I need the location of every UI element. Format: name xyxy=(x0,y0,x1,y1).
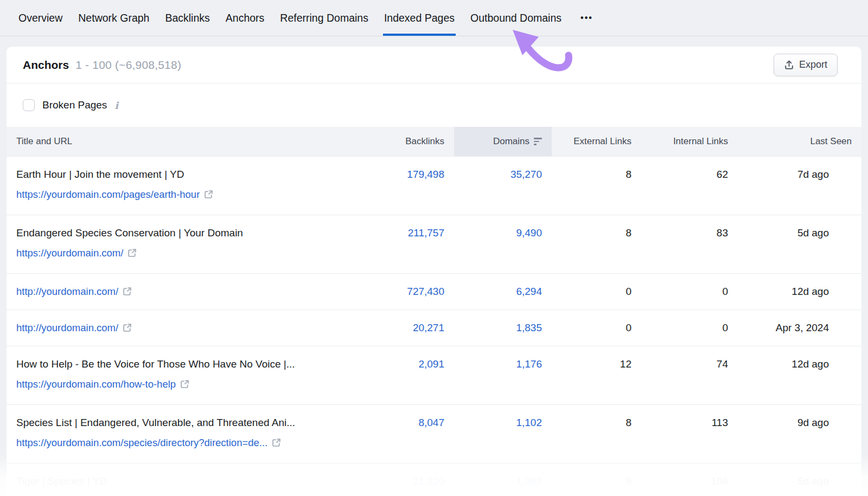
anchors-panel: Anchors 1 - 100 (~6,908,518) Export Brok… xyxy=(7,47,861,496)
external-links-cell: 8 xyxy=(552,404,641,463)
backlinks-value[interactable]: 2,091 xyxy=(418,358,444,370)
external-link-icon[interactable] xyxy=(123,287,132,296)
domains-cell: 1,835 xyxy=(454,310,552,346)
external-link-icon[interactable] xyxy=(272,438,281,447)
info-icon[interactable]: i xyxy=(114,100,118,111)
external-links-cell: 0 xyxy=(552,273,641,310)
last-seen-cell: 9d ago xyxy=(738,404,861,463)
backlinks-value[interactable]: 727,430 xyxy=(407,286,444,297)
last-seen-value: 5d ago xyxy=(797,227,829,239)
column-header-external-links[interactable]: External Links xyxy=(552,127,641,156)
domains-header-label: Domains xyxy=(493,136,529,147)
page-title: Species List | Endangered, Vulnerable, a… xyxy=(16,416,367,430)
external-link-icon[interactable] xyxy=(123,323,132,332)
internal-links-value: 106 xyxy=(711,475,728,487)
nav-tab-indexed-pages[interactable]: Indexed Pages xyxy=(383,0,456,36)
domains-value[interactable]: 1,835 xyxy=(516,322,542,333)
external-links-cell: 12 xyxy=(552,346,641,404)
backlinks-value[interactable]: 179,498 xyxy=(407,169,444,180)
backlinks-value[interactable]: 21,920 xyxy=(413,475,444,487)
anchors-table: Title and URL Backlinks Domains External… xyxy=(7,127,861,496)
export-label: Export xyxy=(799,59,827,70)
external-links-cell: 8 xyxy=(552,215,641,273)
column-header-internal-links[interactable]: Internal Links xyxy=(641,127,738,156)
column-header-last-seen[interactable]: Last Seen xyxy=(738,127,861,156)
internal-links-value: 0 xyxy=(722,286,728,297)
internal-links-cell: 74 xyxy=(641,346,738,404)
page-url-line: http://yourdomain.com/ xyxy=(16,321,367,335)
last-seen-value: 9d ago xyxy=(797,417,829,428)
nav-tab-label: Anchors xyxy=(226,12,265,24)
backlinks-value[interactable]: 211,757 xyxy=(408,227,444,239)
external-links-cell: 8 xyxy=(552,156,641,215)
external-link-icon[interactable] xyxy=(127,248,137,257)
page-url-link[interactable]: https://yourdomain.com/species/directory… xyxy=(16,436,267,450)
nav-tab-label: Referring Domains xyxy=(280,12,368,24)
page-url-link[interactable]: https://yourdomain.com/ xyxy=(16,246,123,260)
nav-tab-outbound-domains[interactable]: Outbound Domains xyxy=(469,0,563,36)
external-links-value: 8 xyxy=(626,227,631,239)
internal-links-value: 62 xyxy=(717,169,728,180)
nav-tab-label: Indexed Pages xyxy=(384,12,455,24)
table-row: http://yourdomain.com/ 20,271 1,835 0 0 … xyxy=(7,310,861,346)
last-seen-cell: 12d ago xyxy=(738,346,861,404)
table-row: Species List | Endangered, Vulnerable, a… xyxy=(7,404,861,463)
last-seen-cell: 5d ago xyxy=(738,215,861,273)
nav-tab-label: Overview xyxy=(18,12,62,24)
column-header-backlinks[interactable]: Backlinks xyxy=(373,127,454,156)
title-and-url-cell: http://yourdomain.com/ xyxy=(7,273,373,310)
last-seen-value: 12d ago xyxy=(792,286,829,297)
external-link-icon[interactable] xyxy=(204,190,213,199)
nav-tab-anchors[interactable]: Anchors xyxy=(225,0,266,36)
external-links-value: 0 xyxy=(626,286,631,297)
domains-value[interactable]: 35,270 xyxy=(510,169,542,180)
page-url-link[interactable]: https://yourdomain.com/pages/earth-hour xyxy=(16,188,200,202)
internal-links-value: 0 xyxy=(722,322,728,333)
domains-cell: 6,294 xyxy=(454,273,552,310)
last-seen-value: 7d ago xyxy=(797,169,829,180)
internal-links-cell: 62 xyxy=(641,156,738,215)
external-link-icon[interactable] xyxy=(180,379,189,389)
backlinks-value[interactable]: 20,271 xyxy=(413,322,444,333)
domains-cell: 1,176 xyxy=(454,346,552,404)
nav-tab-label: Outbound Domains xyxy=(470,12,561,24)
column-header-domains[interactable]: Domains xyxy=(454,127,552,156)
nav-tab-referring-domains[interactable]: Referring Domains xyxy=(279,0,369,36)
internal-links-value: 113 xyxy=(712,417,728,428)
internal-links-cell: 0 xyxy=(641,310,738,346)
page-title: Earth Hour | Join the movement | YD xyxy=(16,168,367,182)
domains-cell: 1,098 xyxy=(454,463,552,496)
title-and-url-cell: Tiger | Species | YD xyxy=(7,463,373,496)
nav-tab-backlinks[interactable]: Backlinks xyxy=(164,0,210,36)
backlinks-cell: 727,430 xyxy=(373,273,454,310)
backlinks-cell: 8,047 xyxy=(373,404,454,463)
page-url-line: https://yourdomain.com/ xyxy=(16,246,367,260)
page-title: Tiger | Species | YD xyxy=(16,474,367,488)
page-url-link[interactable]: https://yourdomain.com/how-to-help xyxy=(16,377,176,391)
nav-tab-network-graph[interactable]: Network Graph xyxy=(77,0,150,36)
column-header-title-and-url[interactable]: Title and URL xyxy=(7,127,373,156)
domains-value[interactable]: 9,490 xyxy=(516,227,542,239)
table-row: How to Help - Be the Voice for Those Who… xyxy=(7,346,861,404)
broken-pages-checkbox[interactable] xyxy=(23,99,35,111)
nav-tab-overview[interactable]: Overview xyxy=(17,0,63,36)
panel-title: Anchors xyxy=(23,59,69,72)
last-seen-cell: Apr 3, 2024 xyxy=(738,310,861,346)
page-url-line: http://yourdomain.com/ xyxy=(16,285,367,299)
external-links-cell: 0 xyxy=(552,310,641,346)
export-button[interactable]: Export xyxy=(774,54,838,76)
domains-value[interactable]: 1,098 xyxy=(516,475,542,487)
page-url-link[interactable]: http://yourdomain.com/ xyxy=(16,321,118,335)
internal-links-cell: 0 xyxy=(641,273,738,310)
domains-value[interactable]: 1,176 xyxy=(516,358,542,370)
domains-value[interactable]: 1,102 xyxy=(516,417,542,428)
page-title: Endangered Species Conservation | Your D… xyxy=(16,226,367,240)
last-seen-value: 12d ago xyxy=(792,358,829,370)
page-url-link[interactable]: http://yourdomain.com/ xyxy=(16,285,118,299)
more-tabs-button[interactable]: ••• xyxy=(576,11,597,25)
backlinks-value[interactable]: 8,047 xyxy=(418,417,444,428)
page-url-line: https://yourdomain.com/pages/earth-hour xyxy=(16,188,367,202)
backlinks-cell: 20,271 xyxy=(373,310,454,346)
domains-value[interactable]: 6,294 xyxy=(516,286,542,297)
page-url-line: https://yourdomain.com/how-to-help xyxy=(16,377,367,391)
